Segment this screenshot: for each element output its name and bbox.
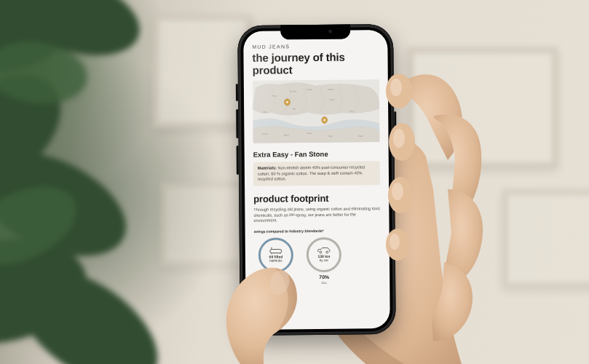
location-pin-a xyxy=(285,99,290,106)
metric-water-unit: bathtubs xyxy=(269,259,283,263)
svg-text:Belarus: Belarus xyxy=(328,89,334,91)
metric-co2-unit: by car xyxy=(317,259,331,263)
product-name: Extra Easy - Fan Stone xyxy=(253,150,380,159)
materials-box: Materials: Non-stretch denim 40% post-co… xyxy=(253,161,380,186)
phone-power-button xyxy=(394,111,397,154)
phone-silent-switch xyxy=(236,84,238,101)
metric-water-label: water xyxy=(272,281,280,285)
svg-text:France: France xyxy=(272,95,277,98)
svg-point-4 xyxy=(0,226,95,357)
svg-rect-26 xyxy=(270,250,282,253)
standards-note: avings compared to Industry Standards* xyxy=(254,228,381,234)
materials-label: Materials: xyxy=(258,166,277,170)
svg-point-3 xyxy=(0,130,142,277)
metric-co2-percent: 70% xyxy=(319,274,329,281)
svg-text:Algeria: Algeria xyxy=(284,135,290,137)
footprint-title: product footprint xyxy=(253,192,380,205)
metric-co2[interactable]: 138 km by car 70% co₂ xyxy=(307,237,342,285)
svg-point-5 xyxy=(0,246,178,364)
svg-text:Italy: Italy xyxy=(293,108,296,110)
svg-text:Germany: Germany xyxy=(290,90,297,92)
metric-co2-ring: 138 km by car xyxy=(307,237,341,272)
svg-text:Turkey: Turkey xyxy=(349,111,355,113)
svg-text:Spain: Spain xyxy=(263,111,267,114)
footprint-blurb: Through recycling old jeans, using organ… xyxy=(253,206,380,223)
svg-point-30 xyxy=(326,251,328,253)
photo-background: MUD JEANS the journey of this product xyxy=(0,0,589,364)
wall-frame xyxy=(502,189,589,288)
metric-water-percent: 94% xyxy=(271,274,281,281)
metric-water-ring: 68 filled bathtubs xyxy=(258,237,293,272)
brand-label: MUD JEANS xyxy=(252,43,379,50)
svg-point-29 xyxy=(320,251,322,253)
svg-text:Libya: Libya xyxy=(328,135,333,138)
svg-text:Egypt: Egypt xyxy=(358,135,363,138)
svg-point-25 xyxy=(323,119,325,122)
svg-text:Tunisia: Tunisia xyxy=(307,132,312,135)
phone-device: MUD JEANS the journey of this product xyxy=(237,24,396,336)
wall-frame xyxy=(408,47,558,168)
phone-volume-up xyxy=(236,109,238,138)
footprint-metrics: 68 filled bathtubs 94% water xyxy=(254,237,382,285)
location-pin-b xyxy=(322,117,328,124)
svg-point-23 xyxy=(286,101,288,103)
svg-point-0 xyxy=(0,0,90,89)
metric-water[interactable]: 68 filled bathtubs 94% water xyxy=(258,237,294,285)
phone-notch xyxy=(280,25,350,40)
app-content[interactable]: MUD JEANS the journey of this product xyxy=(243,30,390,330)
app-screen: MUD JEANS the journey of this product xyxy=(243,30,390,330)
bathtub-icon xyxy=(269,248,282,255)
page-title: the journey of this product xyxy=(252,51,354,76)
svg-point-1 xyxy=(0,0,150,71)
svg-text:Poland: Poland xyxy=(307,89,313,91)
svg-text:Ukraine: Ukraine xyxy=(329,99,335,101)
car-icon xyxy=(317,247,331,254)
svg-point-2 xyxy=(0,52,82,210)
phone-volume-down xyxy=(237,146,239,175)
svg-point-7 xyxy=(0,171,89,281)
svg-point-6 xyxy=(0,36,91,111)
svg-text:Morocco: Morocco xyxy=(262,133,269,135)
metric-co2-label: co₂ xyxy=(322,280,327,285)
journey-map[interactable]: France Germany Poland Belarus Ukraine Sp… xyxy=(253,80,380,144)
